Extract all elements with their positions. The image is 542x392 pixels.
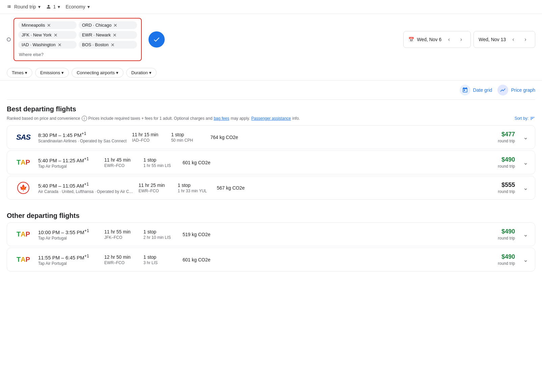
chip-close-bos[interactable]: ✕ [111, 43, 115, 47]
flight-duration-tap1: 11 hr 45 min EWR–FCO [104, 157, 138, 168]
flight-row-tap1[interactable]: TAP 5:40 PM – 11:25 AM+1 Tap Air Portuga… [7, 151, 535, 174]
stops-sub-tap3: 3 hr LIS [143, 260, 177, 265]
emissions-main-tap1: 601 kg CO2e [183, 160, 216, 165]
date2-prev[interactable]: ‹ [509, 35, 518, 44]
chip-ord-chicago[interactable]: ORD · Chicago ✕ [79, 21, 137, 29]
search-area: Minneapolis ✕ ORD · Chicago ✕ JFK · New … [0, 14, 542, 65]
expand-icon-tap2[interactable]: ⌄ [523, 231, 528, 238]
passengers-label: 1 [53, 4, 56, 9]
chip-label: Minneapolis [22, 23, 45, 28]
price-main-tap2: $490 [498, 228, 515, 235]
price-main-ac: $555 [498, 181, 515, 189]
subtitle-text: Ranked based on price and convenience [7, 116, 80, 121]
stops-main-tap1: 1 stop [143, 157, 177, 163]
best-flights-title: Best departing flights [0, 100, 542, 116]
airline-sub-sas: Scandinavian Airlines · Operated by Sas … [38, 139, 127, 143]
bag-fees-link[interactable]: bag fees [214, 116, 229, 121]
flight-stops-tap2: 1 stop 2 hr 10 min LIS [143, 229, 177, 240]
where-else[interactable]: Where else? [18, 51, 137, 58]
airport-chips-container[interactable]: Minneapolis ✕ ORD · Chicago ✕ JFK · New … [13, 18, 142, 61]
date1-next[interactable]: › [456, 35, 466, 44]
chip-close-jfk[interactable]: ✕ [54, 33, 58, 37]
sort-by-label: Sort by: [515, 116, 529, 121]
stops-sub-ac: 1 hr 33 min YUL [178, 189, 211, 193]
chip-close-iad[interactable]: ✕ [58, 43, 62, 47]
cabin-selector[interactable]: Economy ▾ [65, 4, 89, 9]
passenger-assistance-link[interactable]: Passenger assistance [251, 116, 291, 121]
chip-minneapolis[interactable]: Minneapolis ✕ [18, 21, 77, 29]
flight-emissions-sas: 764 kg CO2e [210, 135, 244, 140]
origin-dot [7, 37, 11, 41]
chip-ewr-newark[interactable]: EWR · Newark ✕ [79, 31, 137, 39]
chip-jfk-newyork[interactable]: JFK · New York ✕ [18, 31, 77, 39]
tap-logo1: TAP [17, 159, 30, 166]
price-main-sas: $477 [498, 131, 515, 138]
date2-box[interactable]: Wed, Nov 13 ‹ › [473, 31, 535, 48]
price-sub-ac: round trip [498, 189, 515, 194]
emissions-chevron: ▾ [61, 70, 64, 75]
price-main-tap1: $490 [498, 156, 515, 163]
flight-emissions-tap1: 601 kg CO2e [183, 160, 216, 165]
connecting-airports-label: Connecting airports [77, 70, 115, 75]
flight-time-main-sas: 8:30 PM – 1:45 PM+1 [38, 131, 127, 138]
confirm-button[interactable] [148, 31, 165, 48]
chip-iad-washington[interactable]: IAD · Washington ✕ [18, 41, 77, 49]
duration-main-ac: 11 hr 25 min [138, 183, 172, 188]
date2-next[interactable]: › [521, 35, 530, 44]
duration-filter[interactable]: Duration ▾ [126, 68, 157, 78]
trip-type-label: Round trip [14, 4, 36, 9]
flight-stops-tap3: 1 stop 3 hr LIS [143, 254, 177, 265]
stops-sub-tap2: 2 hr 10 min LIS [143, 235, 177, 240]
date1-box[interactable]: 📅 Wed, Nov 6 ‹ › [403, 31, 471, 48]
date-grid-button[interactable]: Date grid [460, 85, 492, 95]
passengers-selector[interactable]: 1 ▾ [46, 4, 60, 9]
disclaimer3-text: info. [292, 116, 300, 121]
emissions-label: Emissions [40, 70, 60, 75]
view-options: Date grid Price graph [0, 81, 542, 100]
flight-row-aircanada[interactable]: 🍁 5:40 PM – 11:05 AM+1 Air Canada · Unit… [7, 176, 535, 199]
stops-main-ac: 1 stop [178, 183, 211, 188]
duration-route-tap1: EWR–FCO [104, 163, 138, 168]
date2-label: Wed, Nov 13 [479, 37, 506, 42]
flight-emissions-tap3: 601 kg CO2e [183, 257, 216, 262]
connecting-airports-filter[interactable]: Connecting airports ▾ [72, 68, 124, 78]
flight-time-main-tap2: 10:00 PM – 3:55 PM+1 [38, 228, 99, 235]
chip-close-minneapolis[interactable]: ✕ [47, 23, 51, 28]
flight-card-tap2: TAP 10:00 PM – 3:55 PM+1 Tap Air Portuga… [7, 222, 535, 246]
cabin-label: Economy [65, 4, 85, 9]
tap-logo3: TAP [17, 256, 30, 263]
stops-main-tap2: 1 stop [143, 229, 177, 234]
expand-icon-sas[interactable]: ⌄ [523, 134, 528, 141]
date1-prev[interactable]: ‹ [444, 35, 454, 44]
emissions-main-tap2: 519 kg CO2e [183, 232, 216, 237]
info-icon[interactable]: i [82, 116, 87, 121]
flight-price-sas: $477 round trip [498, 131, 515, 143]
chip-label: BOS · Boston [82, 42, 109, 47]
emissions-filter[interactable]: Emissions ▾ [35, 68, 69, 78]
duration-main-sas: 11 hr 15 min [132, 132, 166, 137]
chip-bos-boston[interactable]: BOS · Boston ✕ [79, 41, 137, 49]
chip-label: JFK · New York [22, 32, 52, 37]
flight-time-main-ac: 5:40 PM – 11:05 AM+1 [38, 182, 133, 189]
duration-route-tap3: EWR–FCO [104, 260, 138, 265]
flight-times-ac: 5:40 PM – 11:05 AM+1 Air Canada · United… [38, 182, 133, 194]
passengers-chevron: ▾ [58, 4, 60, 9]
times-filter[interactable]: Times ▾ [7, 68, 32, 78]
chip-close-ord[interactable]: ✕ [113, 23, 117, 28]
trip-type-selector[interactable]: Round trip ▾ [7, 4, 40, 9]
flight-price-tap1: $490 round trip [498, 156, 515, 169]
expand-icon-tap3[interactable]: ⌄ [523, 256, 528, 263]
expand-icon-ac[interactable]: ⌄ [523, 184, 528, 192]
airline-sub-tap2: Tap Air Portugal [38, 236, 99, 241]
chip-close-ewr[interactable]: ✕ [113, 33, 117, 37]
calendar-icon: 📅 [408, 37, 414, 42]
expand-icon-tap1[interactable]: ⌄ [523, 159, 528, 166]
flight-row-sas[interactable]: SAS 8:30 PM – 1:45 PM+1 Scandinavian Air… [7, 125, 535, 149]
flight-row-tap2[interactable]: TAP 10:00 PM – 3:55 PM+1 Tap Air Portuga… [7, 223, 535, 246]
flight-duration-ac: 11 hr 25 min EWR–FCO [138, 183, 172, 193]
cabin-chevron: ▾ [87, 4, 90, 9]
flight-price-tap2: $490 round trip [498, 228, 515, 241]
flight-row-tap3[interactable]: TAP 11:55 PM – 6:45 PM+1 Tap Air Portuga… [7, 248, 535, 271]
price-graph-button[interactable]: Price graph [497, 85, 535, 95]
sort-by[interactable]: Sort by: [515, 116, 535, 121]
